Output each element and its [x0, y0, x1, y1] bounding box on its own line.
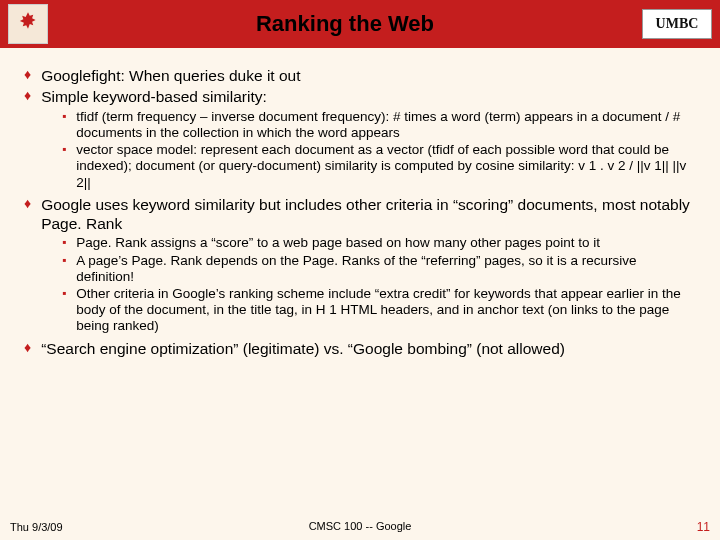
slide-header: Ranking the Web UMBC [0, 0, 720, 48]
maple-leaf-logo [8, 4, 48, 44]
bullet-text: Other criteria in Google’s ranking schem… [76, 286, 696, 335]
bullet-level2: ▪ vector space model: represent each doc… [62, 142, 696, 191]
bullet-text: vector space model: represent each docum… [76, 142, 696, 191]
square-icon: ▪ [62, 253, 66, 285]
footer-course: CMSC 100 -- Google [309, 520, 412, 532]
square-icon: ▪ [62, 142, 66, 191]
slide-title: Ranking the Web [48, 11, 642, 37]
bullet-level2: ▪ A page’s Page. Rank depends on the Pag… [62, 253, 696, 285]
bullet-level2: ▪ Page. Rank assigns a “score” to a web … [62, 235, 696, 251]
bullet-level2: ▪ tfidf (term frequency – inverse docume… [62, 109, 696, 141]
bullet-level1: ♦ “Search engine optimization” (legitima… [24, 339, 696, 358]
slide-footer: Thu 9/3/09 CMSC 100 -- Google 11 [0, 520, 720, 534]
diamond-icon: ♦ [24, 66, 31, 85]
diamond-icon: ♦ [24, 195, 31, 234]
bullet-text: “Search engine optimization” (legitimate… [41, 339, 565, 358]
square-icon: ▪ [62, 235, 66, 251]
footer-date: Thu 9/3/09 [10, 521, 63, 533]
square-icon: ▪ [62, 109, 66, 141]
bullet-text: Google uses keyword similarity but inclu… [41, 195, 696, 234]
diamond-icon: ♦ [24, 87, 31, 106]
bullet-text: A page’s Page. Rank depends on the Page.… [76, 253, 696, 285]
square-icon: ▪ [62, 286, 66, 335]
umbc-logo: UMBC [642, 9, 712, 39]
bullet-level1: ♦ Googlefight: When queries duke it out [24, 66, 696, 85]
bullet-text: Page. Rank assigns a “score” to a web pa… [76, 235, 600, 251]
bullet-level1: ♦ Simple keyword-based similarity: [24, 87, 696, 106]
bullet-level2: ▪ Other criteria in Google’s ranking sch… [62, 286, 696, 335]
bullet-level1: ♦ Google uses keyword similarity but inc… [24, 195, 696, 234]
bullet-text: tfidf (term frequency – inverse document… [76, 109, 696, 141]
diamond-icon: ♦ [24, 339, 31, 358]
slide-body: ♦ Googlefight: When queries duke it out … [0, 48, 720, 370]
footer-page-number: 11 [697, 520, 710, 534]
bullet-text: Simple keyword-based similarity: [41, 87, 267, 106]
bullet-text: Googlefight: When queries duke it out [41, 66, 300, 85]
